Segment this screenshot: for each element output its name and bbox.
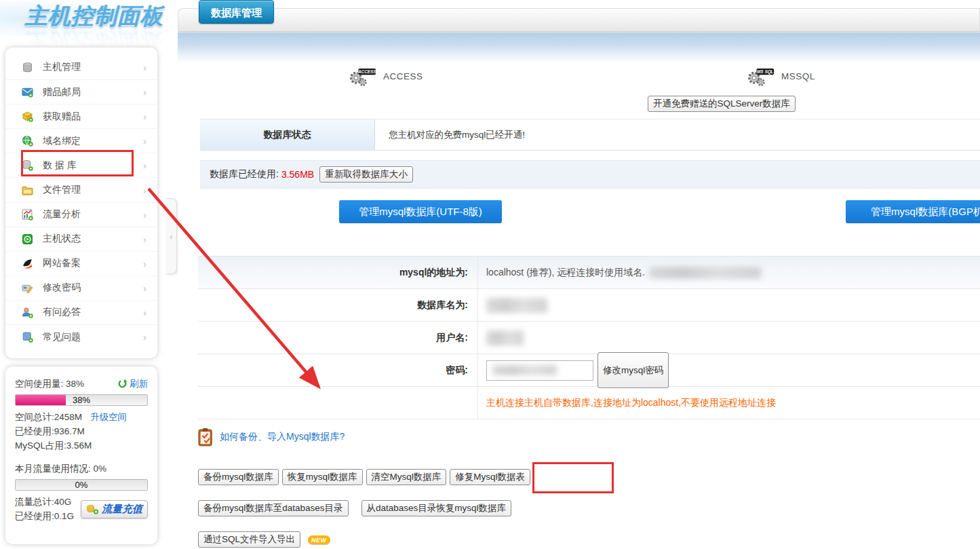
help-row: 如何备份、导入Mysql数据库?	[198, 428, 345, 447]
db-status-header: 数据库状态	[200, 119, 375, 150]
sql-import-export-button[interactable]: 通过SQL文件导入导出	[198, 531, 300, 548]
repair-mysql-tables-button[interactable]: 修复Mysql数据表	[450, 469, 530, 485]
upgrade-space-link[interactable]: 升级空间	[90, 410, 127, 424]
chevron-right-icon: ›	[143, 185, 146, 196]
space-usage-label: 空间使用量: 38%	[15, 377, 84, 391]
chevron-right-icon: ›	[143, 62, 146, 73]
traffic-progress-text: 0%	[16, 480, 147, 491]
space-total-label: 空间总计:2458M	[15, 410, 82, 424]
sidebar-item-change-password[interactable]: 修改密码 ›	[5, 276, 157, 300]
coin-icon	[86, 503, 99, 515]
sidebar-item-host-status[interactable]: 主机状态 ›	[5, 227, 157, 251]
app-logo-text: 主机控制面板	[25, 3, 163, 29]
sidebar-item-database[interactable]: 数 据 库 ›	[5, 153, 157, 177]
database-icon	[22, 159, 33, 171]
db-type-mssql-label: MSSQL	[781, 71, 815, 81]
traffic-progressbar: 0%	[15, 479, 148, 491]
db-type-access-label: ACCESS	[383, 71, 423, 81]
sidebar-item-mail[interactable]: 赠品邮局 ›	[5, 79, 157, 104]
mail-icon	[22, 86, 33, 98]
address-label: mysql的地址为:	[198, 257, 478, 288]
chevron-right-icon: ›	[143, 282, 146, 294]
traffic-recharge-button[interactable]: 流量充值	[81, 500, 148, 518]
sidebar-item-label: 域名绑定	[43, 135, 81, 147]
dbname-label: 数据库名为:	[198, 289, 478, 321]
refresh-icon	[117, 379, 128, 389]
refresh-db-size-button[interactable]: 重新取得数据库大小	[319, 166, 413, 183]
sidebar-item-file-manage[interactable]: 文件管理 ›	[5, 177, 157, 202]
action-button-row-1: 备份mysql数据库 恢复mysql数据库 清空Mysql数据库 修复Mysql…	[198, 469, 530, 485]
sidebar-item-label: 赠品邮局	[43, 86, 81, 98]
table-row-dbname: 数据库名为:	[198, 289, 980, 322]
restore-mysql-button[interactable]: 恢复mysql数据库	[282, 469, 363, 485]
sidebar-item-label: 流量分析	[43, 208, 81, 221]
connection-note: 主机连接主机自带数据库,连接地址为localhost,不要使用远程地址连接	[486, 387, 776, 419]
password-icon	[22, 282, 33, 294]
backup-to-databases-dir-button[interactable]: 备份mysql数据库至databases目录	[198, 500, 349, 516]
sidebar-item-host-manage[interactable]: 主机管理 ›	[5, 55, 157, 79]
redacted-dbname	[486, 298, 547, 313]
qa-person-icon	[22, 307, 33, 318]
backup-import-help-link[interactable]: 如何备份、导入Mysql数据库?	[220, 431, 345, 443]
restore-from-databases-dir-button[interactable]: 从databases目录恢复mysql数据库	[361, 500, 512, 516]
chevron-right-icon: ›	[143, 111, 146, 122]
chevron-right-icon: ›	[143, 209, 146, 221]
db-status-message: 您主机对应的免费mysql已经开通!	[375, 119, 980, 150]
sidebar-item-faq[interactable]: 常见问题 ›	[5, 324, 157, 349]
empty-label-cell	[198, 387, 478, 419]
sidebar-item-label: 常见问题	[43, 331, 81, 343]
change-mysql-password-button[interactable]: 修改mysql密码	[597, 352, 669, 388]
main-content: 数据库管理 ACCESS ACCESS MS SQL MSSQL 开通免费赠送的…	[178, 0, 980, 549]
sidebar-item-domain-bind[interactable]: 域名绑定 ›	[5, 128, 157, 153]
gears-access-icon: ACCESS	[348, 66, 376, 86]
faq-icon	[22, 331, 33, 343]
gift-icon	[22, 111, 33, 122]
traffic-recharge-label: 流量充值	[102, 503, 142, 516]
chevron-right-icon: ›	[143, 307, 146, 318]
sidebar-item-gift[interactable]: 获取赠品 ›	[5, 104, 157, 128]
sidebar-item-label: 主机管理	[43, 61, 81, 73]
db-usage-strip: 数据库已经使用: 3.56MB 重新取得数据库大小	[200, 160, 980, 189]
password-input[interactable]	[486, 360, 593, 381]
status-icon	[22, 233, 33, 245]
redacted-password	[492, 365, 557, 375]
table-row-username: 用户名:	[198, 322, 980, 354]
db-type-access: ACCESS ACCESS	[348, 66, 423, 86]
sidebar-item-label: 获取赠品	[43, 111, 81, 123]
record-icon	[22, 258, 33, 269]
action-button-row-2: 备份mysql数据库至databases目录 从databases目录恢复mys…	[198, 500, 511, 516]
header-gradient-band	[178, 33, 980, 62]
address-value: localhost (推荐), 远程连接时使用域名.	[486, 257, 645, 288]
clipboard-check-icon	[198, 428, 214, 447]
refresh-link[interactable]: 刷新	[117, 377, 148, 391]
globe-icon	[22, 135, 33, 147]
db-usage-value: 3.56MB	[281, 169, 314, 180]
manage-mysql-bgp-button[interactable]: 管理mysql数据库(BGP机	[846, 200, 980, 223]
tab-bar	[178, 8, 980, 32]
chart-icon	[22, 209, 33, 221]
traffic-used-label: 已经使用:0.1G	[15, 509, 74, 523]
server-icon	[22, 62, 33, 73]
chevron-right-icon: ›	[143, 86, 146, 98]
chevron-right-icon: ›	[143, 331, 146, 343]
sidebar-item-label: 修改密码	[43, 282, 81, 294]
sidebar-collapse-handle[interactable]: ‹	[166, 198, 177, 274]
sidebar-item-label: 文件管理	[43, 184, 81, 196]
clear-mysql-button[interactable]: 清空Mysql数据库	[366, 469, 447, 485]
sidebar-item-label: 主机状态	[43, 233, 81, 245]
mysql-used-label: MySQL占用:3.56M	[15, 438, 92, 453]
tab-database-management[interactable]: 数据库管理	[199, 0, 274, 24]
new-badge: NEW	[308, 535, 330, 544]
sidebar-item-traffic-analysis[interactable]: 流量分析 ›	[5, 202, 157, 227]
gears-sql-icon: MS SQL	[746, 66, 775, 86]
chevron-right-icon: ›	[143, 159, 146, 171]
open-sqlserver-button[interactable]: 开通免费赠送的SQLServer数据库	[648, 96, 796, 112]
app-logo: 主机控制面板 主机控制面板	[0, 1, 166, 50]
sidebar-item-website-record[interactable]: 网站备案 ›	[5, 251, 157, 276]
usage-stats-panel: 空间使用量: 38% 刷新 38% 空间总计:2458M 升级空间 已经使用:9…	[5, 366, 157, 544]
backup-mysql-button[interactable]: 备份mysql数据库	[198, 469, 279, 485]
access-badge-text: ACCESS	[357, 69, 376, 74]
manage-mysql-utf8-button[interactable]: 管理mysql数据库(UTF-8版)	[339, 200, 502, 223]
folder-icon	[22, 185, 33, 196]
sidebar-item-qa[interactable]: 有问必答 ›	[5, 300, 157, 324]
